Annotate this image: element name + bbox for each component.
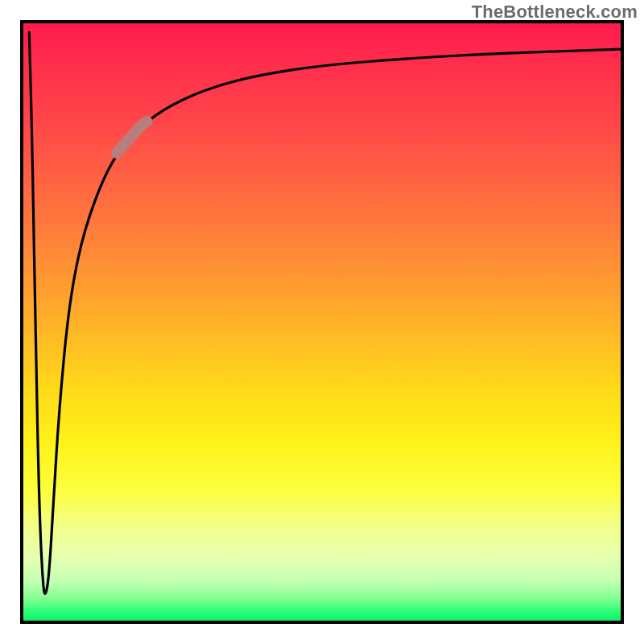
- curve-highlight-segment: [117, 122, 147, 153]
- chart-plot-area: [20, 20, 624, 624]
- chart-curve-layer: [20, 20, 624, 624]
- bottleneck-curve: [29, 32, 624, 593]
